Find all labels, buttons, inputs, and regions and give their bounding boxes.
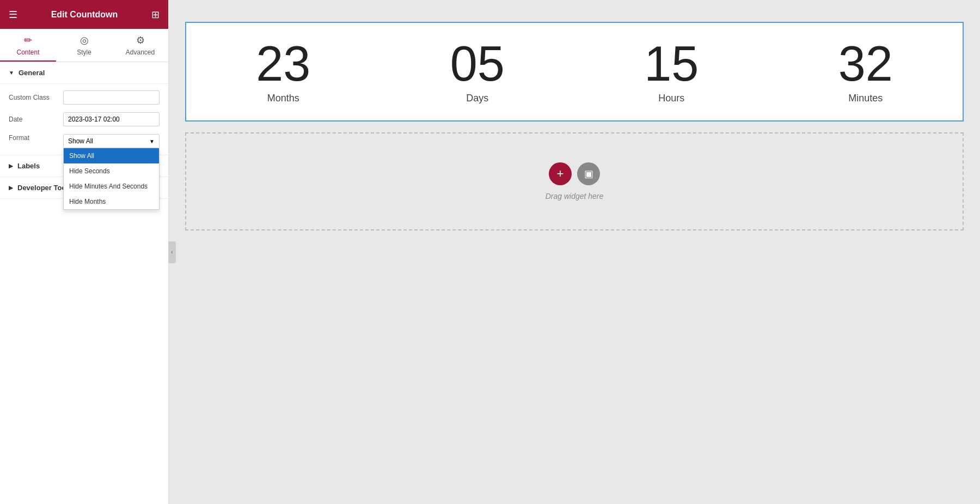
style-icon: ◎ — [80, 34, 89, 46]
general-arrow-icon: ▼ — [9, 70, 14, 76]
countdown-label-minutes: Minutes — [848, 93, 883, 104]
section-general-label: General — [19, 69, 45, 77]
labels-arrow-icon: ▶ — [9, 163, 13, 169]
tab-style-label: Style — [77, 48, 91, 56]
drop-zone: + ▣ Drag widget here — [185, 132, 964, 230]
countdown-number-months: 23 — [256, 39, 310, 88]
devtools-arrow-icon: ▶ — [9, 185, 13, 191]
tabs-bar: ✏ Content ◎ Style ⚙ Advanced — [0, 29, 168, 62]
date-row: Date — [9, 112, 160, 126]
countdown-number-days: 05 — [450, 39, 505, 88]
format-dropdown: Show All Hide Seconds Hide Minutes And S… — [63, 148, 160, 210]
format-selected-label: Show All — [68, 137, 93, 145]
section-general-body: Custom Class Date Format Show All ▼ — [0, 84, 168, 155]
countdown-number-minutes: 32 — [838, 39, 893, 88]
dropdown-item-hide-seconds[interactable]: Hide Seconds — [64, 163, 159, 179]
custom-class-row: Custom Class — [9, 90, 160, 105]
tab-content[interactable]: ✏ Content — [0, 29, 56, 62]
countdown-label-hours: Hours — [658, 93, 684, 104]
section-general-header[interactable]: ▼ General — [0, 62, 168, 84]
format-select-wrapper: Show All ▼ Show All Hide Seconds Hide Mi… — [63, 134, 160, 148]
dropdown-item-hide-minutes-seconds[interactable]: Hide Minutes And Seconds — [64, 179, 159, 194]
countdown-widget: 23 Months 05 Days 15 Hours 32 Minutes — [185, 22, 964, 122]
countdown-label-months: Months — [267, 93, 299, 104]
hamburger-icon[interactable]: ☰ — [9, 9, 17, 21]
section-labels-label: Labels — [17, 162, 40, 170]
countdown-unit-months: 23 Months — [186, 39, 381, 104]
date-input[interactable] — [63, 112, 160, 126]
format-label: Format — [9, 134, 63, 142]
sidebar-header: ☰ Edit Countdown ⊞ — [0, 0, 168, 29]
add-widget-button[interactable]: + — [549, 162, 572, 185]
custom-class-input[interactable] — [63, 90, 160, 105]
drop-zone-actions: + ▣ — [549, 162, 600, 185]
content-icon: ✏ — [24, 34, 32, 46]
widget-type-button[interactable]: ▣ — [577, 162, 600, 185]
advanced-icon: ⚙ — [136, 34, 145, 46]
tab-advanced-label: Advanced — [126, 48, 155, 56]
countdown-unit-minutes: 32 Minutes — [769, 39, 963, 104]
countdown-label-days: Days — [466, 93, 488, 104]
format-select-display[interactable]: Show All ▼ — [63, 134, 160, 148]
countdown-unit-days: 05 Days — [381, 39, 575, 104]
drop-zone-text: Drag widget here — [546, 192, 604, 201]
date-label: Date — [9, 116, 63, 123]
sidebar-content: ▼ General Custom Class Date Format Show … — [0, 62, 168, 504]
tab-advanced[interactable]: ⚙ Advanced — [112, 29, 168, 62]
countdown-unit-hours: 15 Hours — [574, 39, 769, 104]
tab-content-label: Content — [16, 48, 39, 56]
dropdown-item-hide-months[interactable]: Hide Months — [64, 194, 159, 209]
format-chevron-icon: ▼ — [149, 138, 155, 144]
countdown-number-hours: 15 — [644, 39, 699, 88]
dropdown-item-show-all[interactable]: Show All — [64, 148, 159, 163]
format-row: Format Show All ▼ Show All Hide Seconds … — [9, 134, 160, 148]
sidebar-title: Edit Countdown — [51, 10, 118, 20]
main-content: 23 Months 05 Days 15 Hours 32 Minutes + … — [169, 0, 980, 504]
sidebar-toggle[interactable]: ‹ — [168, 241, 176, 263]
tab-style[interactable]: ◎ Style — [56, 29, 112, 62]
grid-icon[interactable]: ⊞ — [151, 9, 160, 21]
sidebar: ☰ Edit Countdown ⊞ ✏ Content ◎ Style ⚙ A… — [0, 0, 169, 504]
custom-class-label: Custom Class — [9, 94, 63, 101]
